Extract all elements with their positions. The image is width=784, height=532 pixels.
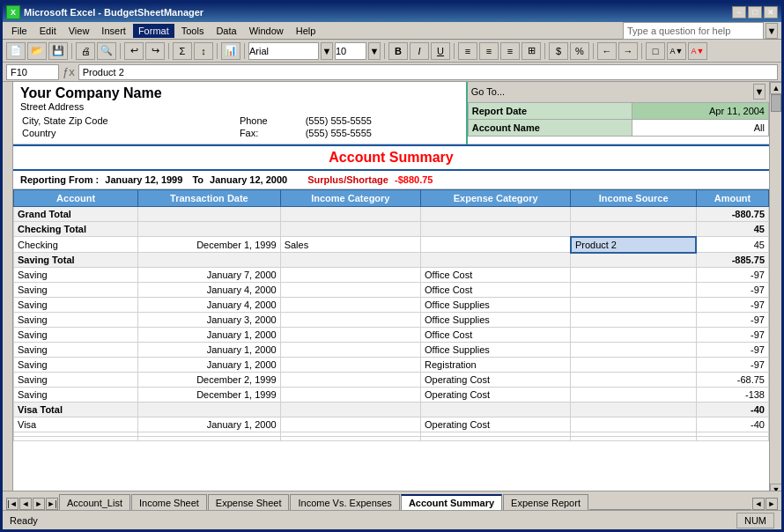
table-cell[interactable] (571, 207, 697, 222)
scroll-up-btn[interactable]: ▲ (770, 82, 781, 94)
tab-expense-sheet[interactable]: Expense Sheet (208, 494, 290, 510)
table-cell[interactable]: Saving (14, 298, 138, 313)
table-cell[interactable]: January 1, 2000 (138, 343, 280, 358)
table-cell[interactable]: Grand Total (14, 207, 138, 222)
table-cell[interactable]: Saving (14, 373, 138, 388)
open-btn[interactable]: 📂 (27, 42, 47, 60)
tab-income-sheet[interactable]: Income Sheet (131, 494, 207, 510)
table-cell[interactable] (421, 237, 571, 253)
table-cell[interactable] (280, 253, 420, 268)
table-cell[interactable] (696, 437, 768, 441)
close-button[interactable]: ✕ (764, 6, 778, 18)
tab-account-summary[interactable]: Account Summary (401, 494, 502, 510)
italic-btn[interactable]: I (410, 42, 429, 60)
table-cell[interactable]: January 7, 2000 (138, 268, 280, 283)
table-cell[interactable]: -97 (696, 298, 768, 313)
table-cell[interactable]: Office Supplies (421, 313, 571, 328)
table-cell[interactable]: Saving (14, 283, 138, 298)
table-cell[interactable] (571, 437, 697, 441)
table-cell[interactable]: -97 (696, 268, 768, 283)
table-cell[interactable]: Saving (14, 358, 138, 373)
table-cell[interactable]: January 4, 2000 (138, 283, 280, 298)
table-cell[interactable] (280, 403, 420, 417)
table-cell[interactable]: January 1, 2000 (138, 417, 280, 432)
table-cell[interactable] (571, 417, 697, 432)
table-cell[interactable] (421, 403, 571, 417)
table-cell[interactable]: -880.75 (696, 207, 768, 222)
formula-input[interactable] (78, 64, 778, 80)
table-cell[interactable] (571, 373, 697, 388)
table-cell[interactable]: -40 (696, 403, 768, 417)
table-cell[interactable] (571, 328, 697, 343)
table-cell[interactable]: January 1, 2000 (138, 358, 280, 373)
horiz-scroll-left[interactable]: ◄ (752, 498, 765, 510)
table-cell[interactable] (280, 283, 420, 298)
redo-btn[interactable]: ↪ (145, 42, 165, 60)
table-cell[interactable]: Saving (14, 313, 138, 328)
indent-btn[interactable]: ← (597, 42, 617, 60)
table-cell[interactable]: Visa (14, 417, 138, 432)
table-cell[interactable]: -40 (696, 417, 768, 432)
cell-reference[interactable] (6, 64, 59, 80)
table-cell[interactable] (138, 253, 280, 268)
table-cell[interactable]: Office Cost (421, 268, 571, 283)
table-cell[interactable]: -885.75 (696, 253, 768, 268)
table-cell[interactable]: Checking (14, 237, 138, 253)
table-cell[interactable]: Saving Total (14, 253, 138, 268)
align-center-btn[interactable]: ≡ (479, 42, 499, 60)
table-cell[interactable] (571, 283, 697, 298)
table-cell[interactable]: Saving (14, 343, 138, 358)
table-cell[interactable] (138, 437, 280, 441)
table-cell[interactable]: Sales (280, 237, 420, 253)
table-cell[interactable]: 45 (696, 222, 768, 237)
table-cell[interactable] (571, 268, 697, 283)
table-cell[interactable]: Office Supplies (421, 298, 571, 313)
tab-income-vs-expenses[interactable]: Income Vs. Expenses (290, 494, 399, 510)
table-cell[interactable] (421, 437, 571, 441)
align-left-btn[interactable]: ≡ (458, 42, 477, 60)
menu-view[interactable]: View (63, 24, 95, 38)
table-cell[interactable]: -97 (696, 328, 768, 343)
table-cell[interactable]: Saving (14, 328, 138, 343)
table-cell[interactable] (280, 417, 420, 432)
table-cell[interactable]: Operating Cost (421, 417, 571, 432)
table-cell[interactable] (571, 388, 697, 403)
table-cell[interactable] (571, 253, 697, 268)
table-cell[interactable] (280, 373, 420, 388)
table-cell[interactable]: 45 (696, 237, 768, 253)
new-btn[interactable]: 📄 (6, 42, 26, 60)
tab-last-btn[interactable]: ►| (46, 498, 58, 510)
table-cell[interactable] (421, 222, 571, 237)
table-cell[interactable] (138, 403, 280, 417)
sum-btn[interactable]: Σ (173, 42, 192, 60)
table-cell[interactable]: -68.75 (696, 373, 768, 388)
menu-window[interactable]: Window (244, 24, 289, 38)
percent-btn[interactable]: % (570, 42, 589, 60)
table-cell[interactable] (571, 358, 697, 373)
table-cell[interactable]: Registration (421, 358, 571, 373)
table-cell[interactable] (280, 268, 420, 283)
table-cell[interactable]: Saving (14, 268, 138, 283)
tab-prev-btn[interactable]: ◄ (19, 498, 32, 510)
table-cell[interactable]: -138 (696, 388, 768, 403)
table-cell[interactable]: January 3, 2000 (138, 313, 280, 328)
tab-account-list[interactable]: Account_List (59, 494, 130, 510)
maximize-button[interactable]: □ (748, 6, 762, 18)
sort-btn[interactable]: ↕ (194, 42, 213, 60)
font-size-input[interactable] (335, 42, 366, 60)
table-cell[interactable]: -97 (696, 343, 768, 358)
font-color-btn[interactable]: A▼ (688, 42, 707, 60)
table-cell[interactable] (280, 222, 420, 237)
help-search-box[interactable]: Type a question for help (623, 22, 764, 40)
menu-tools[interactable]: Tools (176, 24, 210, 38)
table-cell[interactable]: Office Cost (421, 328, 571, 343)
table-cell[interactable]: -97 (696, 283, 768, 298)
size-dropdown-btn[interactable]: ▼ (368, 42, 381, 60)
table-cell[interactable]: Operating Cost (421, 388, 571, 403)
fill-color-btn[interactable]: A▼ (667, 42, 686, 60)
horiz-scroll-right[interactable]: ► (766, 498, 778, 510)
goto-dropdown-btn[interactable]: ▼ (753, 84, 766, 100)
table-cell[interactable] (138, 207, 280, 222)
table-cell[interactable]: Product 2 (571, 237, 697, 253)
print-btn[interactable]: 🖨 (76, 42, 95, 60)
